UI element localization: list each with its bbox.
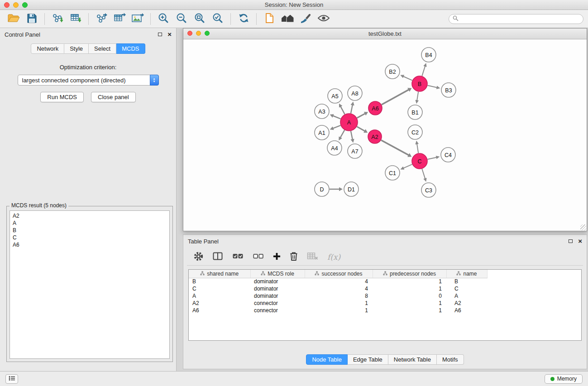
zoom-window-button[interactable]	[22, 2, 28, 8]
cell[interactable]: 1	[373, 307, 446, 314]
column-header-predecessor-nodes[interactable]: predecessor nodes	[373, 270, 446, 278]
cell[interactable]: connector	[250, 300, 305, 307]
cell[interactable]: dominator	[250, 285, 305, 292]
node-table[interactable]: shared nameMCDS rolesuccessor nodesprede…	[188, 269, 582, 341]
column-header-successor-nodes[interactable]: successor nodes	[305, 270, 373, 278]
show-column-button[interactable]	[213, 252, 223, 262]
cell[interactable]: A	[446, 292, 487, 300]
delete-table-button[interactable]	[307, 252, 318, 262]
result-item[interactable]: B	[13, 227, 167, 234]
graph-edge-A-A8[interactable]	[351, 104, 353, 113]
search-field[interactable]	[449, 14, 583, 24]
network-zoom-button[interactable]	[205, 31, 210, 36]
apply-style-button[interactable]	[298, 12, 313, 26]
open-session-button[interactable]	[6, 12, 21, 26]
cell[interactable]: 1	[305, 307, 373, 314]
graph-edge-A-A5[interactable]	[340, 106, 345, 114]
network-graph[interactable]: B4B2BB3A5A8A6B1A3AC2A1A2A4A7C4CC1C3DD1	[183, 39, 587, 231]
export-table-button[interactable]	[112, 12, 127, 26]
graph-edge-B-B2[interactable]	[403, 76, 412, 80]
close-panel-icon[interactable]: ×	[167, 32, 172, 37]
result-item[interactable]: C	[13, 234, 167, 241]
network-close-button[interactable]	[187, 31, 192, 36]
cell[interactable]: B	[189, 278, 250, 285]
export-image-button[interactable]	[130, 12, 145, 26]
zoom-fit-button[interactable]	[192, 12, 207, 26]
graph-edge-A-A6[interactable]	[357, 113, 366, 118]
graph-edge-A-A4[interactable]	[340, 130, 344, 138]
resize-grip[interactable]	[580, 224, 586, 230]
cell[interactable]: connector	[250, 307, 305, 314]
tab-style[interactable]: Style	[64, 43, 89, 54]
graph-edge-B-B3[interactable]	[428, 86, 438, 88]
graph-edge-C-C1[interactable]	[403, 164, 412, 168]
network-canvas[interactable]: B4B2BB3A5A8A6B1A3AC2A1A2A4A7C4CC1C3DD1	[183, 39, 587, 231]
tab-network[interactable]: Network	[31, 43, 64, 54]
graph-edge-C-C4[interactable]	[428, 157, 437, 159]
tab-select[interactable]: Select	[89, 43, 116, 54]
graph-edge-B-B1[interactable]	[417, 92, 418, 101]
delete-column-button[interactable]	[290, 252, 298, 262]
export-network-button[interactable]	[94, 12, 109, 26]
close-panel-button[interactable]: Close panel	[91, 92, 136, 102]
cell[interactable]: 1	[373, 285, 446, 292]
cell[interactable]: 4	[305, 278, 373, 285]
tab-network-table[interactable]: Network Table	[388, 354, 437, 365]
table-row[interactable]: Bdominator41B	[189, 278, 487, 285]
result-item[interactable]: A	[13, 219, 167, 227]
column-header-name[interactable]: name	[446, 270, 487, 278]
result-item[interactable]: A6	[13, 241, 167, 248]
tab-edge-table[interactable]: Edge Table	[348, 354, 388, 365]
cell[interactable]: dominator	[250, 278, 305, 285]
cell[interactable]: A6	[446, 307, 487, 314]
cell[interactable]: B	[446, 278, 487, 285]
cell[interactable]: A6	[189, 307, 250, 314]
import-network-button[interactable]	[50, 12, 65, 26]
network-minimize-button[interactable]	[196, 31, 201, 36]
graph-edge-A-A3[interactable]	[332, 115, 340, 119]
criterion-dropdown[interactable]: largest connected component (directed) ▲…	[18, 75, 159, 86]
tab-mcds[interactable]: MCDS	[116, 43, 145, 54]
show-graphics-details-button[interactable]	[316, 12, 331, 26]
run-mcds-button[interactable]: Run MCDS	[40, 92, 84, 102]
graph-edge-C-C3[interactable]	[422, 169, 425, 179]
select-all-columns-button[interactable]	[232, 253, 244, 261]
float-panel-icon[interactable]	[158, 33, 162, 36]
result-item[interactable]: A2	[13, 212, 167, 219]
cell[interactable]: A2	[189, 300, 250, 307]
mcds-result-list[interactable]: A2ABCA6	[10, 210, 170, 359]
deselect-all-columns-button[interactable]	[253, 253, 264, 261]
tab-node-table[interactable]: Node Table	[306, 354, 348, 365]
zoom-out-button[interactable]	[174, 12, 189, 26]
graph-edge-A-A2[interactable]	[357, 127, 365, 131]
table-row[interactable]: A2connector11A2	[189, 300, 487, 307]
graph-edge-A-A7[interactable]	[351, 131, 353, 140]
cell[interactable]: A	[189, 292, 250, 300]
cell[interactable]: 8	[305, 292, 373, 300]
function-builder-button[interactable]: f(x)	[327, 253, 340, 262]
cell[interactable]: dominator	[250, 292, 305, 300]
import-table-button[interactable]	[68, 12, 83, 26]
cell[interactable]: C	[446, 285, 487, 292]
task-history-button[interactable]	[5, 374, 18, 384]
minimize-window-button[interactable]	[13, 2, 19, 8]
graph-edge-A2-C[interactable]	[381, 140, 409, 156]
cell[interactable]: 4	[305, 285, 373, 292]
network-window-titlebar[interactable]: testGlobe.txt	[183, 29, 587, 39]
refresh-layout-button[interactable]	[236, 12, 251, 26]
table-row[interactable]: Cdominator41C	[189, 285, 487, 292]
table-settings-button[interactable]	[193, 251, 204, 263]
close-table-panel-icon[interactable]: ×	[578, 238, 582, 244]
zoom-selected-button[interactable]	[210, 12, 225, 26]
save-session-button[interactable]	[24, 12, 39, 26]
graph-edge-A6-B[interactable]	[382, 90, 409, 105]
cell[interactable]: 1	[373, 300, 446, 307]
graph-edge-C-C2[interactable]	[417, 143, 418, 153]
open-recent-button[interactable]	[262, 12, 277, 26]
graph-edge-B-B4[interactable]	[422, 66, 425, 76]
home-button[interactable]	[280, 12, 295, 26]
cell[interactable]: 1	[373, 278, 446, 285]
cell[interactable]: 1	[305, 300, 373, 307]
table-row[interactable]: Adominator80A	[189, 292, 487, 300]
create-column-button[interactable]	[273, 253, 281, 262]
